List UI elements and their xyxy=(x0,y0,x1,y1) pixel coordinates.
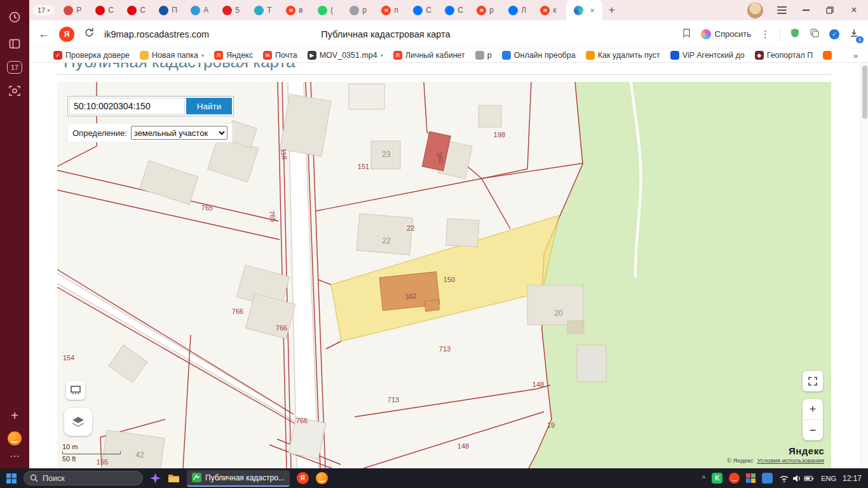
bookmark-item[interactable]: ЯЯндекс xyxy=(214,51,253,60)
bookmark-item[interactable]: Онлайн преобра xyxy=(502,51,576,60)
clock[interactable]: 12:17 xyxy=(843,474,862,483)
browser-tab[interactable]: P xyxy=(58,0,90,20)
bookmark-item[interactable]: ◆Геопортал П xyxy=(755,51,813,60)
bookmark-item[interactable]: p xyxy=(475,51,492,60)
bookmark-item[interactable]: Как удалить пуст xyxy=(586,51,660,60)
file-explorer-icon[interactable] xyxy=(168,473,180,484)
kebab-menu-icon[interactable]: ⋮ xyxy=(761,29,770,40)
url-text[interactable]: ik9map.roscadastres.com xyxy=(104,29,209,39)
yandex-logo[interactable]: Яндекс xyxy=(789,445,824,456)
search-button[interactable]: Найти xyxy=(186,98,232,114)
bookmark-icon xyxy=(140,51,149,60)
tab-counter-button[interactable]: 17 ▾ xyxy=(33,5,54,15)
minimize-button[interactable] xyxy=(801,5,811,15)
map-label: 19 xyxy=(547,421,555,429)
back-icon[interactable]: ← xyxy=(38,27,50,41)
history-icon[interactable] xyxy=(5,8,24,27)
close-window-button[interactable]: × xyxy=(849,5,859,15)
collections-icon[interactable] xyxy=(810,28,820,41)
menu-icon[interactable] xyxy=(777,6,787,13)
add-panel-icon[interactable]: + xyxy=(5,406,24,425)
tab-bar: 17 ▾ PCCПA5TЯв(pЯпCCЯpЛЯк × + × xyxy=(29,0,868,20)
bookmark-item[interactable]: ЯЛичный кабинет xyxy=(393,51,465,60)
copyright-text: © Яндекс xyxy=(727,457,754,464)
taskbar-search[interactable]: Поиск xyxy=(24,471,143,485)
tab-title: C xyxy=(458,6,463,15)
definition-select[interactable]: земельный участок xyxy=(131,126,227,140)
bookmark-flag-icon[interactable] xyxy=(682,28,691,41)
tab-favicon xyxy=(222,6,232,15)
browser-tab[interactable]: ( xyxy=(312,0,344,20)
yandex-start-taskbar-icon[interactable] xyxy=(316,472,328,484)
tab-title: A xyxy=(203,6,208,15)
bookmarks-overflow-icon[interactable]: » xyxy=(853,51,868,60)
panels-icon[interactable] xyxy=(5,34,24,53)
kinescope-icon[interactable]: K xyxy=(712,473,722,484)
scrollbar[interactable] xyxy=(860,63,868,468)
restore-button[interactable] xyxy=(825,5,835,15)
map-label: 22 xyxy=(382,236,391,245)
browser-tab[interactable]: C xyxy=(439,0,471,20)
more-icon[interactable]: ⋯ xyxy=(10,451,20,462)
fullscreen-button[interactable] xyxy=(803,371,823,391)
alice-icon xyxy=(701,29,711,39)
browser-tab[interactable]: p xyxy=(344,0,376,20)
app-icon-blue[interactable] xyxy=(762,473,773,484)
tab-title: ( xyxy=(330,6,333,15)
browser-tab[interactable]: Яп xyxy=(376,0,407,20)
protect-icon[interactable] xyxy=(790,28,800,41)
browser-tab[interactable]: Яв xyxy=(280,0,312,20)
parcel-search-input[interactable] xyxy=(69,98,185,114)
zoom-out-button[interactable]: − xyxy=(803,420,823,440)
sync-ok-icon[interactable]: ✓ xyxy=(829,29,839,39)
browser-tab[interactable]: Л xyxy=(503,0,534,20)
bookmark-item[interactable]: ▶MOV_0351.mp4▾ xyxy=(308,51,383,60)
yandex-browser-icon[interactable]: Я xyxy=(297,472,309,484)
tray-expand-icon[interactable]: ^ xyxy=(702,475,705,482)
downloads-icon[interactable]: 3 xyxy=(849,28,859,41)
layers-button[interactable] xyxy=(64,408,92,436)
scrollbar-thumb[interactable] xyxy=(862,65,867,119)
taskbar-search-label: Поиск xyxy=(43,474,65,483)
profile-avatar[interactable] xyxy=(747,3,763,18)
bookmark-item[interactable]: ViP Агентский до xyxy=(670,51,745,60)
bookmark-item[interactable]: ✓Проверка довере xyxy=(53,51,130,60)
browser-tab[interactable]: 5 xyxy=(217,0,248,20)
active-tab[interactable]: × xyxy=(566,0,602,20)
tabs-counter[interactable]: 17 xyxy=(7,61,22,74)
browser-tab[interactable]: A xyxy=(185,0,217,20)
yandex-tray-icon[interactable] xyxy=(729,473,740,484)
browser-tab[interactable]: П xyxy=(153,0,185,20)
bookmark-item[interactable]: ✉Почта xyxy=(263,51,297,60)
bookmark-item[interactable]: Новая папка▾ xyxy=(140,51,204,60)
tab-title: п xyxy=(394,6,398,15)
ask-alice-button[interactable]: Спросить xyxy=(701,29,751,39)
measure-area-button[interactable] xyxy=(66,381,85,400)
yandex-button[interactable]: Я xyxy=(59,27,74,42)
apps-grid-icon[interactable] xyxy=(746,473,756,483)
browser-tab[interactable]: C xyxy=(407,0,439,20)
active-window-button[interactable]: Публичная кадастро... xyxy=(187,470,290,487)
browser-tab[interactable]: C xyxy=(90,0,121,20)
bookmark-icon: Я xyxy=(214,51,223,60)
zoom-in-button[interactable]: + xyxy=(803,399,823,420)
terms-link[interactable]: Условия использования xyxy=(757,457,824,464)
start-button[interactable] xyxy=(6,473,17,484)
yandex-start-icon[interactable] xyxy=(8,431,22,445)
browser-tab[interactable]: C xyxy=(121,0,153,20)
browser-tab[interactable]: T xyxy=(248,0,280,20)
browser-tab[interactable]: Яp xyxy=(471,0,503,20)
screenshot-icon[interactable] xyxy=(5,81,24,100)
map-label: 766 xyxy=(276,324,287,332)
language-indicator[interactable]: ENG xyxy=(821,475,836,482)
system-tray-icons[interactable] xyxy=(779,474,815,483)
bookmark-item[interactable] xyxy=(823,51,832,60)
downloads-badge: 3 xyxy=(856,36,864,43)
bookmark-label: ViP Агентский до xyxy=(682,51,745,60)
browser-tab[interactable]: Як xyxy=(534,0,566,20)
refresh-icon[interactable] xyxy=(84,27,95,41)
copilot-icon[interactable] xyxy=(150,473,161,484)
close-tab-icon[interactable]: × xyxy=(590,6,595,15)
tab-favicon xyxy=(191,6,200,15)
new-tab-button[interactable]: + xyxy=(609,4,615,17)
